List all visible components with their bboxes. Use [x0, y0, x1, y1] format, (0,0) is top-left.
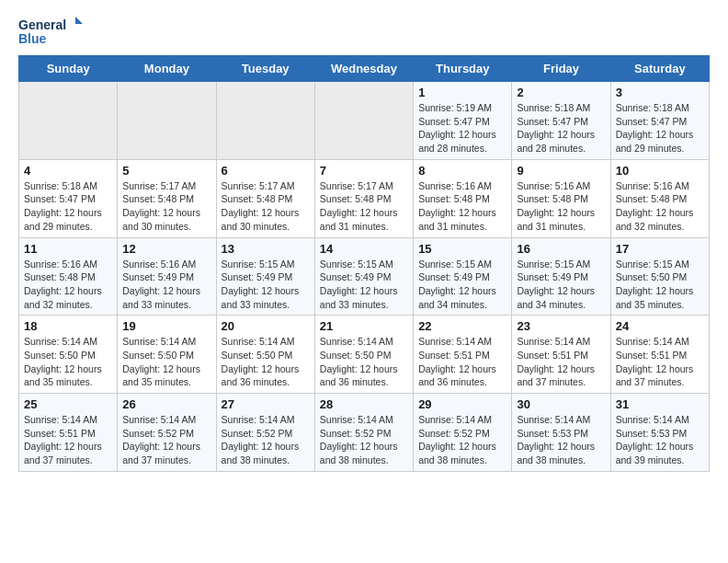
day-number: 15: [418, 242, 506, 256]
weekday-header: Wednesday: [314, 56, 413, 82]
day-info: Sunrise: 5:16 AM Sunset: 5:49 PM Dayligh…: [122, 258, 210, 312]
day-number: 7: [320, 164, 408, 178]
day-info: Sunrise: 5:14 AM Sunset: 5:52 PM Dayligh…: [418, 413, 506, 467]
calendar-cell: 10Sunrise: 5:16 AM Sunset: 5:48 PM Dayli…: [610, 159, 709, 237]
weekday-header: Tuesday: [216, 56, 314, 82]
day-info: Sunrise: 5:14 AM Sunset: 5:51 PM Dayligh…: [517, 335, 605, 389]
day-info: Sunrise: 5:19 AM Sunset: 5:47 PM Dayligh…: [418, 101, 506, 155]
day-number: 3: [616, 86, 704, 99]
svg-text:General: General: [18, 17, 66, 32]
day-info: Sunrise: 5:14 AM Sunset: 5:51 PM Dayligh…: [616, 335, 704, 389]
day-info: Sunrise: 5:15 AM Sunset: 5:49 PM Dayligh…: [517, 258, 605, 312]
calendar-cell: 21Sunrise: 5:14 AM Sunset: 5:50 PM Dayli…: [314, 316, 413, 394]
day-number: 8: [418, 164, 506, 178]
day-info: Sunrise: 5:14 AM Sunset: 5:51 PM Dayligh…: [418, 335, 506, 389]
day-info: Sunrise: 5:18 AM Sunset: 5:47 PM Dayligh…: [517, 101, 605, 155]
day-number: 23: [517, 319, 605, 333]
day-number: 16: [517, 242, 605, 256]
calendar-cell: 16Sunrise: 5:15 AM Sunset: 5:49 PM Dayli…: [512, 237, 610, 316]
calendar-cell: 12Sunrise: 5:16 AM Sunset: 5:49 PM Dayli…: [118, 237, 216, 316]
calendar-cell: 25Sunrise: 5:14 AM Sunset: 5:51 PM Dayli…: [19, 394, 118, 472]
calendar-cell: 1Sunrise: 5:19 AM Sunset: 5:47 PM Daylig…: [414, 82, 512, 160]
day-number: 28: [320, 397, 408, 411]
calendar-cell: 29Sunrise: 5:14 AM Sunset: 5:52 PM Dayli…: [414, 394, 512, 472]
day-info: Sunrise: 5:14 AM Sunset: 5:52 PM Dayligh…: [320, 413, 408, 467]
day-info: Sunrise: 5:16 AM Sunset: 5:48 PM Dayligh…: [24, 258, 112, 312]
day-info: Sunrise: 5:16 AM Sunset: 5:48 PM Dayligh…: [418, 179, 506, 234]
day-info: Sunrise: 5:14 AM Sunset: 5:52 PM Dayligh…: [122, 413, 210, 467]
day-info: Sunrise: 5:14 AM Sunset: 5:50 PM Dayligh…: [24, 335, 112, 389]
day-number: 30: [517, 397, 605, 411]
day-number: 12: [122, 242, 210, 256]
day-number: 19: [122, 319, 210, 333]
day-number: 24: [616, 319, 704, 333]
calendar-cell: 20Sunrise: 5:14 AM Sunset: 5:50 PM Dayli…: [216, 316, 314, 394]
day-info: Sunrise: 5:14 AM Sunset: 5:50 PM Dayligh…: [320, 335, 408, 389]
calendar-cell: [19, 82, 118, 160]
calendar-cell: 28Sunrise: 5:14 AM Sunset: 5:52 PM Dayli…: [314, 394, 413, 472]
calendar-cell: 2Sunrise: 5:18 AM Sunset: 5:47 PM Daylig…: [512, 82, 610, 160]
calendar-cell: 22Sunrise: 5:14 AM Sunset: 5:51 PM Dayli…: [414, 316, 512, 394]
logo: GeneralBlue: [18, 15, 92, 48]
day-number: 14: [320, 242, 408, 256]
calendar-cell: 19Sunrise: 5:14 AM Sunset: 5:50 PM Dayli…: [118, 316, 216, 394]
day-info: Sunrise: 5:15 AM Sunset: 5:49 PM Dayligh…: [222, 258, 310, 312]
calendar-cell: 23Sunrise: 5:14 AM Sunset: 5:51 PM Dayli…: [512, 316, 610, 394]
logo-svg: GeneralBlue: [18, 15, 92, 48]
day-number: 6: [222, 164, 310, 178]
page-header: GeneralBlue: [18, 15, 710, 48]
calendar-cell: 13Sunrise: 5:15 AM Sunset: 5:49 PM Dayli…: [216, 237, 314, 316]
day-number: 1: [418, 86, 506, 99]
day-info: Sunrise: 5:17 AM Sunset: 5:48 PM Dayligh…: [320, 179, 408, 234]
calendar-cell: 9Sunrise: 5:16 AM Sunset: 5:48 PM Daylig…: [512, 159, 610, 237]
weekday-header: Friday: [512, 56, 610, 82]
day-number: 20: [222, 319, 310, 333]
day-info: Sunrise: 5:16 AM Sunset: 5:48 PM Dayligh…: [517, 179, 605, 234]
day-number: 4: [24, 164, 112, 178]
day-info: Sunrise: 5:15 AM Sunset: 5:49 PM Dayligh…: [320, 258, 408, 312]
day-number: 10: [616, 164, 704, 178]
day-info: Sunrise: 5:18 AM Sunset: 5:47 PM Dayligh…: [616, 101, 704, 155]
calendar-cell: 18Sunrise: 5:14 AM Sunset: 5:50 PM Dayli…: [19, 316, 118, 394]
day-number: 17: [616, 242, 704, 256]
calendar-cell: 24Sunrise: 5:14 AM Sunset: 5:51 PM Dayli…: [610, 316, 709, 394]
calendar-week-row: 4Sunrise: 5:18 AM Sunset: 5:47 PM Daylig…: [19, 159, 710, 237]
day-info: Sunrise: 5:16 AM Sunset: 5:48 PM Dayligh…: [616, 179, 704, 234]
calendar-cell: 4Sunrise: 5:18 AM Sunset: 5:47 PM Daylig…: [19, 159, 118, 237]
weekday-header-row: SundayMondayTuesdayWednesdayThursdayFrid…: [19, 56, 710, 82]
calendar-week-row: 11Sunrise: 5:16 AM Sunset: 5:48 PM Dayli…: [19, 237, 710, 316]
day-info: Sunrise: 5:17 AM Sunset: 5:48 PM Dayligh…: [122, 179, 210, 234]
day-number: 5: [122, 164, 210, 178]
svg-marker-2: [75, 17, 83, 24]
day-number: 26: [122, 397, 210, 411]
day-info: Sunrise: 5:14 AM Sunset: 5:52 PM Dayligh…: [222, 413, 310, 467]
calendar-week-row: 25Sunrise: 5:14 AM Sunset: 5:51 PM Dayli…: [19, 394, 710, 472]
day-number: 11: [24, 242, 112, 256]
calendar-cell: 11Sunrise: 5:16 AM Sunset: 5:48 PM Dayli…: [19, 237, 118, 316]
calendar-table: SundayMondayTuesdayWednesdayThursdayFrid…: [18, 55, 710, 472]
weekday-header: Thursday: [414, 56, 512, 82]
day-info: Sunrise: 5:14 AM Sunset: 5:50 PM Dayligh…: [122, 335, 210, 389]
day-number: 9: [517, 164, 605, 178]
weekday-header: Saturday: [610, 56, 709, 82]
calendar-cell: 7Sunrise: 5:17 AM Sunset: 5:48 PM Daylig…: [314, 159, 413, 237]
calendar-cell: 8Sunrise: 5:16 AM Sunset: 5:48 PM Daylig…: [414, 159, 512, 237]
svg-text:Blue: Blue: [18, 31, 47, 46]
calendar-cell: 6Sunrise: 5:17 AM Sunset: 5:48 PM Daylig…: [216, 159, 314, 237]
day-number: 25: [24, 397, 112, 411]
calendar-cell: 17Sunrise: 5:15 AM Sunset: 5:50 PM Dayli…: [610, 237, 709, 316]
day-info: Sunrise: 5:14 AM Sunset: 5:50 PM Dayligh…: [222, 335, 310, 389]
calendar-week-row: 1Sunrise: 5:19 AM Sunset: 5:47 PM Daylig…: [19, 82, 710, 160]
day-number: 22: [418, 319, 506, 333]
calendar-cell: [314, 82, 413, 160]
day-number: 18: [24, 319, 112, 333]
day-info: Sunrise: 5:15 AM Sunset: 5:49 PM Dayligh…: [418, 258, 506, 312]
calendar-cell: 15Sunrise: 5:15 AM Sunset: 5:49 PM Dayli…: [414, 237, 512, 316]
calendar-week-row: 18Sunrise: 5:14 AM Sunset: 5:50 PM Dayli…: [19, 316, 710, 394]
day-number: 27: [222, 397, 310, 411]
day-number: 31: [616, 397, 704, 411]
day-number: 29: [418, 397, 506, 411]
day-info: Sunrise: 5:14 AM Sunset: 5:53 PM Dayligh…: [616, 413, 704, 467]
day-number: 13: [222, 242, 310, 256]
day-number: 21: [320, 319, 408, 333]
